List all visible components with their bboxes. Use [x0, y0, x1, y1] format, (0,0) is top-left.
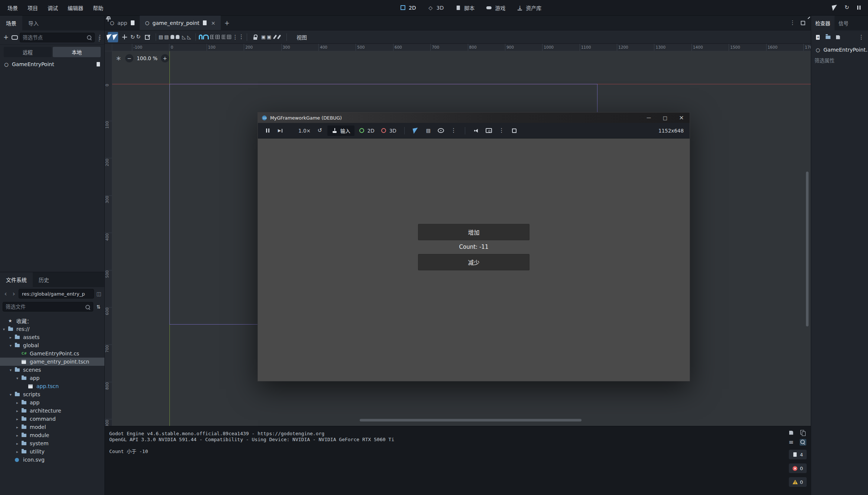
- dock-tab[interactable]: 导入: [22, 16, 45, 30]
- workspace-tab[interactable]: 3D: [424, 3, 448, 13]
- workspace-tab[interactable]: 资产库: [513, 2, 545, 13]
- game-toolbar-button[interactable]: 2D: [357, 126, 376, 136]
- file-tree-item[interactable]: utility: [0, 447, 104, 456]
- file-tree-item[interactable]: GameEntryPoint.cs: [0, 349, 104, 358]
- game-window-titlebar[interactable]: MyGFrameworkGame (DEBUG): [258, 113, 690, 123]
- zoom-level-label[interactable]: 100.0 %: [137, 55, 158, 61]
- file-tree-item[interactable]: res://: [0, 325, 104, 333]
- menu-item[interactable]: 编辑器: [63, 2, 88, 13]
- game-toolbar-button[interactable]: [448, 126, 459, 136]
- file-tree-item[interactable]: model: [0, 423, 104, 431]
- canvas-tool-button[interactable]: [159, 32, 169, 42]
- expand-arrow-icon[interactable]: [10, 393, 15, 397]
- expand-arrow-icon[interactable]: [16, 401, 22, 405]
- file-filter-field[interactable]: [3, 302, 93, 312]
- file-tree-item[interactable]: architecture: [0, 407, 104, 415]
- sort-files-icon[interactable]: [95, 303, 102, 310]
- output-tool-icon[interactable]: [800, 429, 806, 436]
- canvas-tool-button[interactable]: [247, 33, 247, 41]
- menu-item[interactable]: 帮助: [88, 2, 108, 13]
- file-filter-input[interactable]: [6, 304, 85, 310]
- expand-arrow-icon[interactable]: [16, 409, 22, 413]
- ruler-corner[interactable]: [105, 44, 112, 51]
- close-tab-icon[interactable]: ×: [210, 20, 216, 26]
- dock-tab[interactable]: 信号: [835, 16, 853, 30]
- split-view-icon[interactable]: [95, 290, 102, 297]
- game-toolbar-button[interactable]: [496, 126, 507, 136]
- canvas-tool-button[interactable]: [119, 32, 130, 42]
- expand-arrow-icon[interactable]: [10, 368, 15, 372]
- game-toolbar-button[interactable]: [315, 126, 325, 136]
- tab-list-icon[interactable]: [789, 20, 796, 26]
- zoom-out-button[interactable]: [125, 54, 133, 62]
- workspace-tab[interactable]: 游戏: [482, 2, 509, 13]
- file-tree-item[interactable]: global: [0, 341, 104, 349]
- file-tree-item[interactable]: system: [0, 439, 104, 447]
- game-toolbar-button[interactable]: [436, 126, 446, 136]
- game-debug-window[interactable]: MyGFrameworkGame (DEBUG): [258, 112, 690, 381]
- game-toolbar-button[interactable]: [275, 126, 285, 136]
- game-toolbar-button[interactable]: [401, 126, 408, 136]
- node-filter-field[interactable]: [20, 33, 95, 42]
- dock-tab[interactable]: 历史: [33, 272, 55, 287]
- menu-item[interactable]: 调试: [43, 2, 62, 13]
- inspected-node-row[interactable]: GameEntryPoint...: [811, 44, 868, 55]
- game-viewport[interactable]: 增加 Count: -11 减少: [258, 139, 690, 381]
- attached-script-icon[interactable]: [95, 61, 101, 68]
- file-tree-item[interactable]: app: [0, 374, 104, 382]
- workspace-tab[interactable]: 2D: [396, 3, 420, 13]
- file-tree-item[interactable]: command: [0, 415, 104, 423]
- canvas-tool-button[interactable]: [195, 33, 196, 41]
- expand-arrow-icon[interactable]: [16, 425, 22, 429]
- dock-tab[interactable]: 检查器: [811, 16, 835, 30]
- canvas-tool-button[interactable]: [156, 33, 156, 41]
- workspace-tab[interactable]: 脚本: [451, 2, 478, 13]
- game-toolbar-button[interactable]: [461, 126, 469, 136]
- file-tree-item[interactable]: app.tscn: [0, 382, 104, 390]
- menu-item[interactable]: 项目: [23, 2, 42, 13]
- view-menu-button[interactable]: 视图: [293, 33, 311, 41]
- zoom-in-button[interactable]: [161, 54, 169, 62]
- vertical-scrollbar[interactable]: [806, 172, 809, 326]
- canvas-tool-button[interactable]: [199, 32, 209, 42]
- file-tree-item[interactable]: app: [0, 398, 104, 407]
- dock-tab[interactable]: 文件系统: [0, 272, 33, 287]
- run-control-icon[interactable]: [855, 4, 862, 11]
- canvas-tool-button[interactable]: [131, 32, 141, 42]
- game-toolbar-button[interactable]: 1.0×: [288, 126, 312, 136]
- scene-script-icon[interactable]: [130, 20, 135, 26]
- canvas-tool-button[interactable]: [142, 32, 153, 42]
- expand-arrow-icon[interactable]: [16, 376, 22, 380]
- expand-arrow-icon[interactable]: [16, 450, 22, 454]
- remote-local-button[interactable]: 本地: [53, 47, 101, 57]
- message-count-badge[interactable]: 0: [789, 463, 807, 473]
- inspector-tool-icon[interactable]: [814, 34, 821, 40]
- output-tool-icon[interactable]: [788, 429, 794, 436]
- game-toolbar-button[interactable]: [471, 126, 482, 136]
- canvas-tool-button[interactable]: [182, 32, 192, 42]
- inspector-tool-icon[interactable]: [835, 34, 841, 40]
- dock-tab[interactable]: 场景: [0, 16, 22, 30]
- scene-tab[interactable]: game_entry_point ×: [140, 16, 220, 30]
- canvas-tool-button[interactable]: [222, 32, 232, 42]
- horizontal-scrollbar[interactable]: [360, 419, 582, 421]
- game-toolbar-button[interactable]: [423, 126, 434, 136]
- run-control-icon[interactable]: [843, 4, 850, 11]
- game-toolbar-button[interactable]: 3D: [379, 126, 398, 136]
- scene-tree-root-node[interactable]: GameEntryPoint: [0, 59, 104, 69]
- increase-count-button[interactable]: 增加: [418, 224, 529, 240]
- canvas-tool-button[interactable]: [171, 32, 181, 42]
- file-tree-item[interactable]: assets: [0, 333, 104, 341]
- instance-scene-icon[interactable]: [11, 34, 18, 41]
- expand-arrow-icon[interactable]: [10, 343, 15, 348]
- game-toolbar-button[interactable]: [509, 126, 519, 136]
- node-filter-input[interactable]: [23, 35, 86, 40]
- canvas-tool-button[interactable]: [250, 32, 260, 42]
- message-count-badge[interactable]: 0: [789, 477, 807, 487]
- canvas-tool-button[interactable]: [286, 33, 287, 41]
- file-tree-item[interactable]: icon.svg: [0, 456, 104, 464]
- minimize-window-button[interactable]: [641, 113, 657, 123]
- canvas-tool-button[interactable]: [262, 32, 272, 42]
- file-tree-item[interactable]: scenes: [0, 366, 104, 374]
- canvas-tool-button[interactable]: [233, 32, 244, 42]
